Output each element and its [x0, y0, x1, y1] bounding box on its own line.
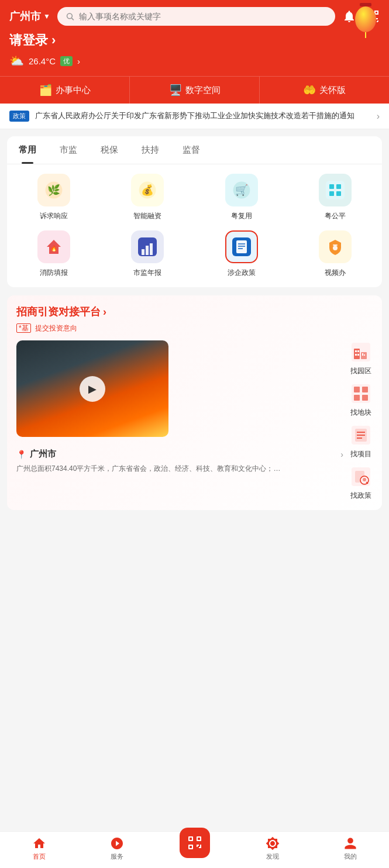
tab-supervise[interactable]: 监督 — [171, 136, 212, 164]
nav-item-discover[interactable]: 发现 — [233, 836, 311, 861]
nav-center — [156, 839, 233, 858]
discover-nav-icon — [266, 836, 280, 850]
invest-content: ▶ 📍 广州市 › 广州总面积7434.40平方千米，广东省省会，政治、经济、科… — [16, 340, 373, 501]
nav-item-home[interactable]: 首页 — [0, 836, 78, 861]
service-tab-care[interactable]: 🤲 关怀版 — [260, 77, 389, 104]
find-land[interactable]: 找地块 — [349, 382, 373, 418]
svg-rect-34 — [333, 244, 338, 246]
login-text: 请登录 — [9, 32, 48, 49]
func-item-appeal[interactable]: 🌿 诉求响应 — [12, 174, 96, 221]
svg-rect-62 — [190, 838, 192, 840]
invest-video[interactable]: ▶ — [16, 340, 168, 437]
svg-rect-63 — [198, 838, 200, 840]
weather-icon: ⛅ — [9, 54, 24, 68]
svg-text:💰: 💰 — [141, 184, 154, 197]
park-icon — [349, 340, 373, 364]
play-button[interactable]: ▶ — [80, 376, 105, 402]
news-arrow: › — [377, 111, 380, 122]
mine-nav-label: 我的 — [344, 852, 357, 861]
bell-icon[interactable] — [342, 9, 356, 23]
func-item-fair[interactable]: 粤公平 — [293, 174, 377, 221]
news-ticker[interactable]: 政策 广东省人民政府办公厅关于印发广东省新形势下推动工业企业加快实施技术改造若干… — [0, 104, 389, 129]
function-card: 常用 市监 税保 扶持 监督 🌿 — [7, 136, 382, 287]
fair-icon — [319, 174, 352, 206]
main-content: 常用 市监 税保 扶持 监督 🌿 — [0, 129, 389, 525]
find-policy[interactable]: 找政策 — [349, 465, 373, 501]
location-pin-icon: 📍 — [16, 450, 26, 459]
scan-button[interactable] — [180, 828, 210, 858]
func-item-finance[interactable]: 💰 智能融资 — [105, 174, 190, 221]
work-tab-icon: 🗂️ — [39, 84, 52, 97]
news-text: 广东省人民政府办公厅关于印发广东省新形势下推动工业企业加快实施技术改造若干措施的… — [35, 111, 371, 121]
svg-rect-38 — [355, 350, 357, 352]
svg-rect-43 — [364, 354, 365, 356]
find-policy-icon — [349, 465, 373, 488]
land-icon — [349, 382, 373, 405]
find-park[interactable]: 找园区 — [349, 340, 373, 376]
search-bar[interactable] — [57, 7, 335, 26]
find-policy-label: 找政策 — [350, 491, 371, 501]
function-tabs: 常用 市监 税保 扶持 监督 — [7, 136, 382, 164]
func-item-video[interactable]: 视频办 — [293, 230, 377, 278]
project-icon — [349, 423, 373, 447]
city-selector[interactable]: 广州市 ▼ — [9, 9, 50, 23]
svg-rect-3 — [375, 11, 378, 14]
finance-icon: 💰 — [131, 174, 164, 206]
nav-item-service[interactable]: 服务 — [78, 836, 156, 861]
invest-title-arrow: › — [103, 306, 106, 318]
svg-text:🛒: 🛒 — [235, 184, 248, 197]
svg-rect-41 — [357, 354, 359, 356]
svg-text:🌿: 🌿 — [47, 184, 60, 197]
header: 广州市 ▼ 请登录 › ⛅ 26.4°C 优 › — [0, 0, 389, 76]
tab-common-label: 常用 — [19, 144, 36, 154]
svg-rect-45 — [354, 387, 360, 392]
service-nav-icon — [110, 836, 124, 850]
invest-title-text: 招商引资对接平台 — [16, 305, 101, 319]
svg-line-1 — [71, 18, 73, 20]
svg-rect-25 — [146, 246, 149, 255]
service-tabs: 🗂️ 办事中心 🖥️ 数字空间 🤲 关怀版 — [0, 76, 389, 104]
search-input[interactable] — [79, 12, 327, 21]
svg-point-0 — [67, 13, 72, 19]
svg-rect-28 — [236, 240, 247, 253]
func-item-annual[interactable]: 市监年报 — [105, 230, 190, 278]
home-nav-icon — [32, 836, 46, 850]
discover-nav-label: 发现 — [266, 852, 279, 861]
svg-rect-26 — [150, 243, 153, 255]
tab-tax[interactable]: 税保 — [89, 136, 130, 164]
svg-point-33 — [333, 246, 338, 250]
land-label: 找地块 — [350, 408, 371, 418]
find-project[interactable]: 找项目 — [349, 423, 373, 459]
func-item-policy[interactable]: 涉企政策 — [199, 230, 284, 278]
invest-title[interactable]: 招商引资对接平台 › — [16, 305, 373, 319]
svg-rect-2 — [367, 11, 370, 14]
city-name: 广州市 — [9, 9, 41, 23]
service-tab-work[interactable]: 🗂️ 办事中心 — [0, 77, 130, 104]
service-nav-label: 服务 — [111, 852, 123, 861]
service-tab-digital[interactable]: 🖥️ 数字空间 — [130, 77, 260, 104]
tab-support[interactable]: 扶持 — [130, 136, 171, 164]
svg-rect-47 — [354, 395, 360, 401]
city-dropdown-icon: ▼ — [43, 12, 50, 20]
func-item-fire[interactable]: 🔥 消防填报 — [12, 230, 96, 278]
svg-rect-64 — [190, 846, 192, 848]
appeal-label: 诉求响应 — [40, 211, 68, 221]
svg-rect-48 — [362, 395, 368, 401]
svg-rect-39 — [357, 350, 359, 352]
digital-tab-icon: 🖥️ — [169, 84, 182, 97]
weather-row: ⛅ 26.4°C 优 › — [9, 54, 380, 68]
annual-label: 市监年报 — [133, 268, 161, 278]
tab-common[interactable]: 常用 — [7, 136, 48, 164]
location-header: 📍 广州市 › — [16, 449, 343, 460]
qr-scan-icon[interactable] — [366, 9, 380, 23]
policy-label: 涉企政策 — [228, 268, 256, 278]
svg-rect-18 — [329, 191, 334, 196]
svg-rect-16 — [329, 184, 334, 189]
home-nav-label: 首页 — [33, 852, 46, 861]
login-row[interactable]: 请登录 › — [9, 32, 380, 49]
svg-rect-24 — [142, 249, 144, 255]
nav-item-mine[interactable]: 我的 — [311, 836, 389, 861]
fire-icon: 🔥 — [37, 230, 70, 263]
func-item-reuse[interactable]: 🛒 粤复用 — [199, 174, 284, 221]
tab-market[interactable]: 市监 — [48, 136, 89, 164]
